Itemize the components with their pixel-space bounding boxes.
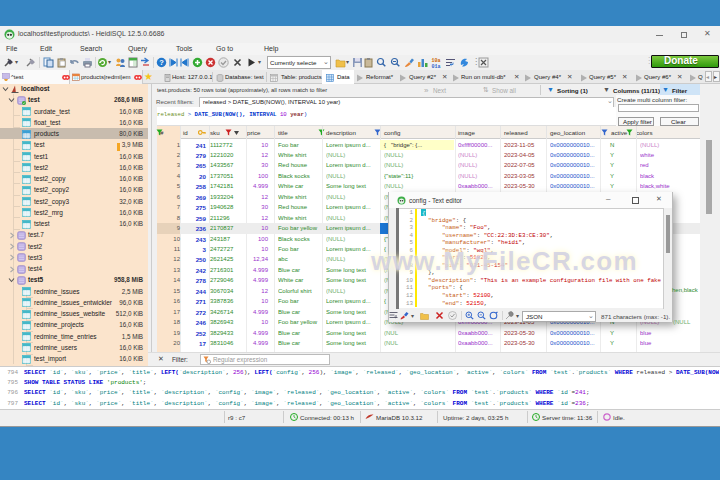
svg-text:?: ? bbox=[159, 58, 164, 67]
svg-text:01a: 01a bbox=[432, 64, 441, 69]
